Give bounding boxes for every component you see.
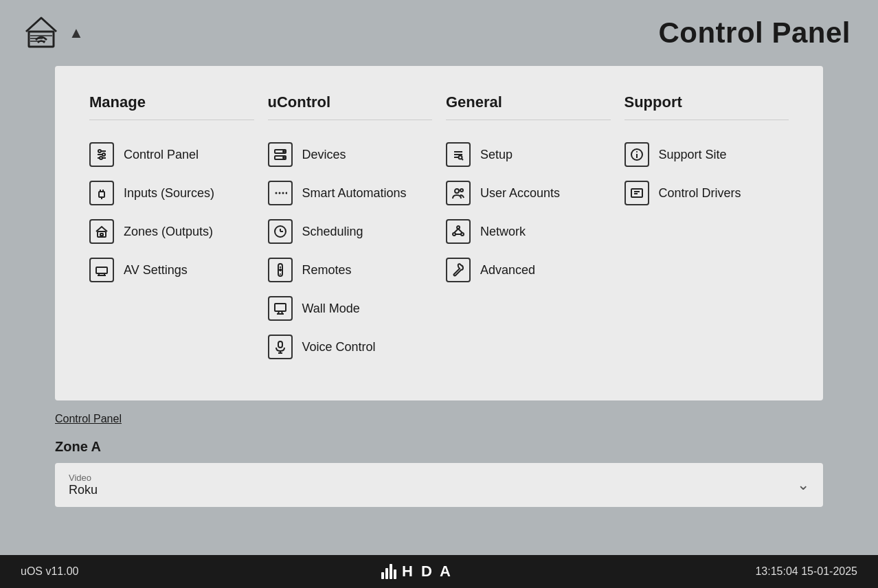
screen-icon — [624, 181, 649, 205]
bottom-area: Control Panel Zone A Video Roku ⌄ — [0, 400, 878, 519]
av-settings-label: AV Settings — [124, 263, 188, 278]
version-label: uOS v11.00 — [21, 565, 79, 578]
voice-control-label: Voice Control — [302, 340, 376, 354]
zones-outputs-label: Zones (Outputs) — [124, 225, 213, 239]
sliders-icon — [89, 142, 114, 167]
header-left: ▲ — [21, 12, 84, 54]
svg-point-27 — [285, 192, 287, 194]
menu-item-av-settings[interactable]: AV Settings — [89, 251, 254, 289]
breadcrumb[interactable]: Control Panel — [55, 413, 122, 425]
video-dropdown[interactable]: Video Roku ⌄ — [55, 463, 823, 507]
svg-point-50 — [457, 226, 460, 229]
status-bar: uOS v11.00 H D A 13:15:04 15-01-2025 — [0, 555, 878, 588]
bar2 — [385, 568, 388, 579]
chevron-down-icon: ⌄ — [797, 476, 809, 494]
menu-item-network[interactable]: Network — [446, 212, 611, 251]
scheduling-label: Scheduling — [302, 225, 363, 239]
remote-icon — [268, 258, 293, 282]
svg-point-35 — [280, 273, 281, 275]
video-label: Video — [69, 473, 98, 483]
setup-icon — [446, 142, 471, 167]
section-ucontrol: uControl Devices Sm — [268, 93, 433, 366]
server-icon — [268, 142, 293, 167]
section-general: General Setup — [446, 93, 611, 366]
section-support-title: Support — [624, 93, 789, 120]
hda-bars-icon — [381, 564, 396, 579]
svg-rect-10 — [99, 192, 104, 197]
bar4 — [394, 569, 396, 579]
menu-item-wall-mode[interactable]: Wall Mode — [268, 289, 433, 328]
devices-label: Devices — [302, 148, 346, 162]
network-label: Network — [480, 225, 526, 239]
svg-point-9 — [100, 157, 102, 159]
svg-rect-0 — [29, 32, 54, 47]
svg-line-53 — [454, 229, 458, 233]
plug-icon — [89, 181, 114, 205]
wrench-icon — [446, 258, 471, 282]
svg-point-24 — [275, 192, 277, 194]
support-site-label: Support Site — [659, 148, 727, 162]
svg-point-8 — [102, 153, 105, 156]
collapse-chevron[interactable]: ▲ — [69, 24, 84, 42]
svg-point-46 — [459, 156, 462, 159]
control-drivers-label: Control Drivers — [659, 186, 741, 201]
svg-rect-15 — [100, 234, 103, 236]
av-icon — [89, 258, 114, 282]
section-manage-title: Manage — [89, 93, 254, 120]
menu-item-zones-outputs[interactable]: Zones (Outputs) — [89, 212, 254, 251]
menu-item-advanced[interactable]: Advanced — [446, 251, 611, 289]
wall-mode-label: Wall Mode — [302, 302, 360, 316]
mic-icon — [268, 335, 293, 359]
menu-item-inputs-sources[interactable]: Inputs (Sources) — [89, 174, 254, 212]
svg-point-23 — [283, 157, 284, 159]
menu-item-smart-automations[interactable]: Smart Automations — [268, 174, 433, 212]
inputs-sources-label: Inputs (Sources) — [124, 186, 214, 201]
control-panel-label: Control Panel — [124, 148, 199, 162]
info-icon — [624, 142, 649, 167]
svg-rect-40 — [278, 341, 282, 348]
user-accounts-label: User Accounts — [480, 186, 560, 201]
menu-item-scheduling[interactable]: Scheduling — [268, 212, 433, 251]
menu-item-remotes[interactable]: Remotes — [268, 251, 433, 289]
svg-point-32 — [279, 267, 280, 268]
users-icon — [446, 181, 471, 205]
section-general-title: General — [446, 93, 611, 120]
remotes-label: Remotes — [302, 263, 352, 278]
monitor-icon — [268, 296, 293, 321]
datetime-label: 13:15:04 15-01-2025 — [755, 565, 857, 578]
menu-item-control-drivers[interactable]: Control Drivers — [624, 174, 789, 212]
section-support: Support Support Site Control Drivers — [624, 93, 789, 366]
svg-point-26 — [282, 192, 284, 194]
svg-point-58 — [636, 151, 638, 152]
svg-rect-36 — [275, 304, 286, 311]
menu-item-support-site[interactable]: Support Site — [624, 135, 789, 174]
clock-icon — [268, 219, 293, 244]
menu-item-user-accounts[interactable]: User Accounts — [446, 174, 611, 212]
svg-rect-16 — [96, 267, 107, 273]
smart-automations-label: Smart Automations — [302, 186, 407, 201]
section-ucontrol-title: uControl — [268, 93, 433, 120]
section-manage: Manage Control Panel — [89, 93, 254, 366]
menu-item-devices[interactable]: Devices — [268, 135, 433, 174]
svg-point-25 — [278, 192, 280, 194]
menu-item-voice-control[interactable]: Voice Control — [268, 328, 433, 366]
network-icon — [446, 219, 471, 244]
home-lock-icon — [89, 219, 114, 244]
svg-point-48 — [455, 189, 459, 193]
svg-point-49 — [460, 189, 463, 192]
brand-area: H D A — [381, 563, 453, 580]
logo-icon — [21, 12, 62, 54]
svg-line-54 — [458, 229, 462, 233]
svg-point-52 — [461, 233, 464, 236]
video-value: Roku — [69, 483, 98, 497]
video-dropdown-left: Video Roku — [69, 473, 98, 497]
bar1 — [381, 572, 384, 579]
menu-item-control-panel[interactable]: Control Panel — [89, 135, 254, 174]
svg-point-7 — [98, 150, 101, 152]
header: ▲ Control Panel — [0, 0, 878, 66]
advanced-label: Advanced — [480, 263, 535, 278]
svg-line-47 — [462, 159, 463, 160]
page-title: Control Panel — [658, 16, 851, 49]
dots-icon — [268, 181, 293, 205]
menu-item-setup[interactable]: Setup — [446, 135, 611, 174]
